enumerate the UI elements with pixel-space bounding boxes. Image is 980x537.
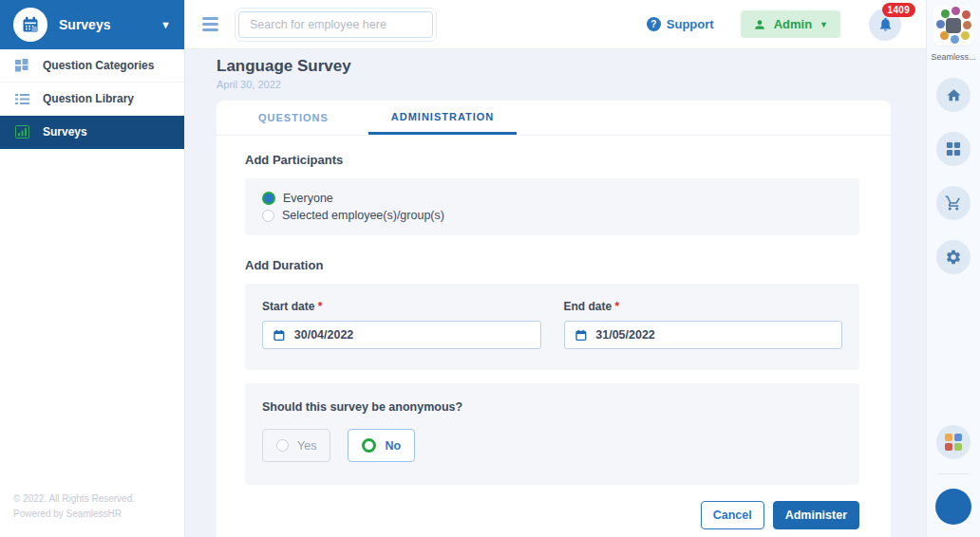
participants-panel: Everyone Selected employee(s)/group(s) [245, 178, 859, 235]
radio-unselected-icon [262, 210, 274, 222]
grid-icon [14, 58, 29, 73]
tab-bar: QUESTIONS ADMINISTRATION [217, 101, 891, 136]
rail-icons [936, 78, 971, 274]
rail-divider [938, 473, 969, 474]
tab-questions[interactable]: QUESTIONS [245, 101, 342, 135]
participants-heading: Add Participants [245, 153, 859, 167]
logo-dot [963, 21, 971, 29]
start-date-label: Start date * [262, 300, 322, 313]
logo-dot [951, 35, 959, 44]
sidebar-item-label: Surveys [43, 125, 87, 139]
bell-icon [877, 16, 894, 32]
anonymous-options: Yes No [262, 429, 842, 462]
radio-label: No [385, 439, 401, 453]
seamlesshr-logo[interactable] [933, 6, 973, 46]
sidebar-item-question-categories[interactable]: Question Categories [0, 49, 184, 83]
radio-label: Yes [297, 439, 316, 453]
survey-card: QUESTIONS ADMINISTRATION Add Participant… [217, 101, 891, 537]
sidebar-item-label: Question Categories [43, 59, 154, 72]
main-content: Language Survey April 30, 2022 QUESTIONS… [185, 49, 926, 537]
apps-icon [945, 434, 962, 451]
logo-center-square [946, 18, 961, 33]
admin-menu-button[interactable]: Admin ▼ [741, 10, 840, 38]
radio-selected-icon [262, 192, 275, 205]
bar-chart-icon [14, 124, 29, 139]
notification-count-badge: 1409 [882, 3, 915, 17]
copyright-line: © 2022. All Rights Reserved. [13, 491, 171, 507]
gear-icon [945, 249, 962, 266]
marketplace-button[interactable] [936, 186, 971, 220]
administration-panel: Add Participants Everyone Selected emplo… [217, 136, 891, 529]
required-marker: * [318, 300, 323, 313]
start-date-field: Start date * [262, 297, 541, 349]
sidebar-item-label: Question Library [43, 92, 134, 105]
user-icon [753, 18, 766, 31]
start-date-input-wrap[interactable] [262, 321, 541, 349]
calendar-icon [575, 328, 588, 343]
logo-dot [962, 10, 971, 19]
settings-button[interactable] [936, 240, 971, 274]
module-switcher[interactable]: Surveys ▼ [0, 0, 184, 49]
logo-dot [936, 20, 945, 28]
support-label: Support [667, 17, 714, 31]
radio-option-selected-employees[interactable]: Selected employee(s)/group(s) [262, 207, 842, 224]
end-date-input[interactable] [595, 328, 832, 342]
end-date-label: End date * [564, 300, 620, 313]
page-title: Language Survey [217, 57, 891, 76]
radio-selected-icon [362, 438, 376, 453]
end-date-field: End date * [564, 297, 843, 349]
powered-by-line: Powered by SeamlessHR [13, 507, 171, 522]
module-logo [13, 8, 47, 42]
calendar-icon [273, 328, 286, 343]
right-app-rail: Seamless... [926, 0, 980, 537]
logo-dot [941, 9, 950, 18]
tab-administration[interactable]: ADMINISTRATION [368, 101, 518, 135]
app-window: Surveys ▼ Question Categories Question L… [0, 0, 980, 537]
administer-button[interactable]: Administer [773, 501, 859, 529]
radio-option-everyone[interactable]: Everyone [262, 190, 842, 207]
sidebar-item-question-library[interactable]: Question Library [0, 83, 184, 116]
end-date-input-wrap[interactable] [564, 321, 843, 349]
radio-unselected-icon [276, 439, 289, 452]
form-actions: Cancel Administer [245, 501, 859, 529]
list-icon [14, 91, 29, 106]
sidebar-item-surveys[interactable]: Surveys [0, 116, 184, 149]
anonymous-question: Should this survey be anonymous? [262, 400, 842, 414]
sidebar-nav: Question Categories Question Library Sur… [0, 49, 184, 149]
center-column: ? Support Admin ▼ 1409 Language Survey A… [185, 0, 926, 537]
app-label: Seamless... [931, 52, 975, 62]
radio-label: Selected employee(s)/group(s) [282, 209, 444, 222]
logo-dot [952, 7, 960, 15]
app-launcher-button[interactable] [936, 425, 971, 459]
cart-icon [945, 194, 962, 212]
radio-option-yes[interactable]: Yes [262, 429, 330, 462]
logo-dot [961, 31, 970, 40]
notifications-button[interactable]: 1409 [869, 9, 901, 41]
search-box [235, 8, 437, 42]
chevron-down-icon: ▼ [160, 19, 171, 30]
admin-label: Admin [774, 17, 812, 31]
modules-button[interactable] [936, 132, 971, 166]
chevron-down-icon: ▼ [820, 20, 828, 29]
survey-date: April 30, 2022 [217, 79, 891, 90]
hamburger-menu-icon[interactable] [202, 17, 218, 31]
grid-icon [946, 141, 961, 157]
radio-label: Everyone [283, 192, 333, 205]
calendar-icon [21, 15, 40, 34]
module-title: Surveys [59, 17, 110, 32]
left-sidebar: Surveys ▼ Question Categories Question L… [0, 0, 185, 537]
duration-panel: Start date * End date * [245, 284, 859, 370]
search-input[interactable] [238, 11, 433, 38]
copyright-footer: © 2022. All Rights Reserved. Powered by … [0, 480, 184, 537]
user-avatar[interactable] [935, 489, 971, 525]
home-icon [946, 87, 962, 103]
cancel-button[interactable]: Cancel [701, 501, 764, 529]
logo-dot [940, 31, 949, 40]
help-icon: ? [647, 17, 661, 31]
anonymous-panel: Should this survey be anonymous? Yes No [245, 383, 859, 485]
home-button[interactable] [936, 78, 971, 112]
radio-option-no[interactable]: No [348, 429, 415, 462]
support-link[interactable]: ? Support [647, 17, 714, 31]
start-date-input[interactable] [294, 328, 531, 342]
top-bar: ? Support Admin ▼ 1409 [185, 0, 926, 49]
